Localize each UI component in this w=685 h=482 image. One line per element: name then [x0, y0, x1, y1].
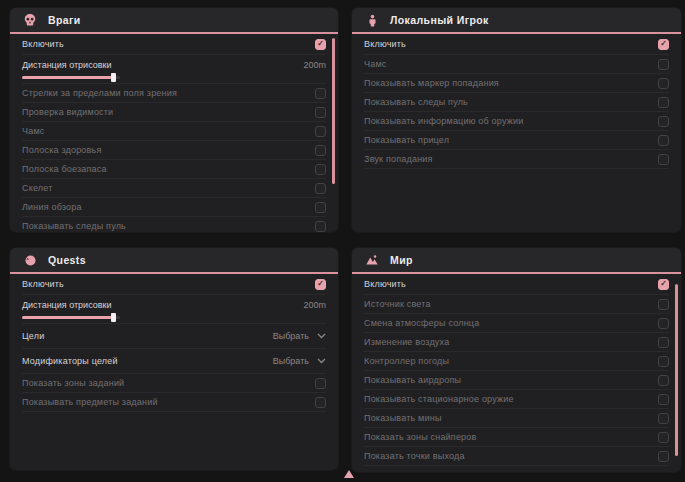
- setting-row[interactable]: Показать зоны снайперов ✓: [364, 428, 669, 447]
- panel-local-player-body: Включить ✓ Чамс ✓ Показывать маркер попа…: [352, 34, 681, 169]
- checkbox[interactable]: ✓: [658, 451, 669, 462]
- setting-label: Смена атмосферы солнца: [364, 318, 479, 328]
- setting-row[interactable]: Проверка видимости ✓: [22, 103, 326, 122]
- distance-slider[interactable]: [22, 313, 120, 322]
- checkbox[interactable]: ✓: [658, 394, 669, 405]
- checkbox[interactable]: ✓: [658, 39, 669, 50]
- checkbox[interactable]: ✓: [315, 378, 326, 389]
- setting-row[interactable]: Показывать мины ✓: [364, 409, 669, 428]
- panel-world: Мир Включить ✓ Источник света ✓ Смена ат…: [352, 248, 681, 472]
- checkbox[interactable]: ✓: [658, 356, 669, 367]
- setting-row[interactable]: Чамс ✓: [22, 122, 326, 141]
- setting-row[interactable]: Контроллер погоды ✓: [364, 352, 669, 371]
- setting-row[interactable]: Полоска боезапаса ✓: [22, 160, 326, 179]
- checkbox[interactable]: ✓: [658, 116, 669, 127]
- panel-enemies-header: Враги: [10, 8, 338, 34]
- checkbox[interactable]: ✓: [315, 202, 326, 213]
- setting-row[interactable]: Показывать аирдропы ✓: [364, 371, 669, 390]
- checkbox[interactable]: ✓: [658, 337, 669, 348]
- checkbox[interactable]: ✓: [658, 78, 669, 89]
- setting-row[interactable]: Источник света ✓: [364, 295, 669, 314]
- checkbox[interactable]: ✓: [315, 164, 326, 175]
- setting-label: Модификаторы целей: [22, 356, 118, 366]
- setting-label: Показывать аирдропы: [364, 375, 461, 385]
- setting-label: Показывать прицел: [364, 135, 449, 145]
- setting-label: Показывать стационарное оружие: [364, 394, 514, 404]
- check-icon: ✓: [660, 280, 667, 288]
- checkbox[interactable]: ✓: [315, 279, 326, 290]
- checkbox[interactable]: ✓: [658, 279, 669, 290]
- check-icon: ✓: [660, 40, 667, 48]
- setting-row[interactable]: Показывать предметы заданий ✓: [22, 393, 326, 412]
- checkbox[interactable]: ✓: [658, 59, 669, 70]
- scrollbar[interactable]: [332, 38, 335, 184]
- checkbox[interactable]: ✓: [658, 97, 669, 108]
- scrollbar[interactable]: [675, 284, 678, 456]
- setting-label: Показывать следы пуль: [364, 97, 468, 107]
- setting-row[interactable]: Показывать маркер попадания ✓: [364, 74, 669, 93]
- setting-row[interactable]: Полоска здоровья ✓: [22, 141, 326, 160]
- setting-label: Показать зоны снайперов: [364, 432, 477, 442]
- target-modifiers-dropdown[interactable]: Выбрать: [273, 356, 326, 366]
- checkbox[interactable]: ✓: [658, 413, 669, 424]
- checkbox[interactable]: ✓: [315, 39, 326, 50]
- setting-label: Стрелки за пределами поля зрения: [22, 88, 177, 98]
- checkbox[interactable]: ✓: [315, 183, 326, 194]
- setting-label: Включить: [22, 39, 64, 49]
- dropdown-value: Выбрать: [273, 356, 309, 366]
- setting-row[interactable]: Стрелки за пределами поля зрения ✓: [22, 84, 326, 103]
- setting-label: Полоска боезапаса: [22, 164, 107, 174]
- setting-row[interactable]: Линия обзора ✓: [22, 198, 326, 217]
- slider-fill: [22, 316, 113, 319]
- setting-row-draw-distance: Дистанция отрисовки 200m: [22, 295, 326, 324]
- checkbox[interactable]: ✓: [315, 397, 326, 408]
- checkbox[interactable]: ✓: [315, 107, 326, 118]
- setting-row[interactable]: Изменение воздуха ✓: [364, 333, 669, 352]
- setting-label: Чамс: [364, 59, 387, 69]
- checkbox[interactable]: ✓: [658, 432, 669, 443]
- setting-row-target-modifiers: Модификаторы целей Выбрать: [22, 349, 326, 374]
- setting-row-enable[interactable]: Включить ✓: [364, 34, 669, 55]
- setting-label: Показать зоны заданий: [22, 378, 124, 388]
- setting-row[interactable]: Скелет ✓: [22, 179, 326, 198]
- checkbox[interactable]: ✓: [658, 318, 669, 329]
- setting-row[interactable]: Чамс ✓: [364, 55, 669, 74]
- distance-slider[interactable]: [22, 73, 120, 82]
- setting-row[interactable]: Показывать следы пуль ✓: [364, 93, 669, 112]
- setting-row[interactable]: Показывать следы пуль ✓: [22, 217, 326, 232]
- checkbox[interactable]: ✓: [315, 88, 326, 99]
- setting-row[interactable]: Показывать информацию об оружии ✓: [364, 112, 669, 131]
- checkbox[interactable]: ✓: [315, 221, 326, 232]
- checkbox[interactable]: ✓: [658, 375, 669, 386]
- setting-row-enable[interactable]: Включить ✓: [364, 274, 669, 295]
- setting-label: Скелет: [22, 183, 53, 193]
- slider-handle[interactable]: [111, 313, 116, 322]
- setting-label: Включить: [22, 279, 64, 289]
- slider-handle[interactable]: [111, 73, 116, 82]
- checkbox[interactable]: ✓: [658, 154, 669, 165]
- setting-label: Показывать маркер попадания: [364, 78, 499, 88]
- setting-row[interactable]: Показывать прицел ✓: [364, 131, 669, 150]
- setting-row-enable[interactable]: Включить ✓: [22, 274, 326, 295]
- setting-row[interactable]: Звук попадания ✓: [364, 150, 669, 169]
- mod-menu: Враги Включить ✓ Дистанция отрисовки 200…: [0, 0, 685, 482]
- checkbox[interactable]: ✓: [315, 126, 326, 137]
- setting-label: Включить: [364, 279, 406, 289]
- cursor-icon: [344, 470, 354, 478]
- setting-row-enable[interactable]: Включить ✓: [22, 34, 326, 55]
- setting-row[interactable]: Показать зоны заданий ✓: [22, 374, 326, 393]
- checkbox[interactable]: ✓: [315, 145, 326, 156]
- setting-label: Показывать информацию об оружии: [364, 116, 523, 126]
- setting-row[interactable]: Показывать стационарное оружие ✓: [364, 390, 669, 409]
- panel-local-player: Локальный Игрок Включить ✓ Чамс ✓ Показы…: [352, 8, 681, 232]
- checkbox[interactable]: ✓: [658, 299, 669, 310]
- setting-label: Источник света: [364, 299, 431, 309]
- targets-dropdown[interactable]: Выбрать: [273, 331, 326, 341]
- checkbox[interactable]: ✓: [658, 135, 669, 146]
- mountain-icon: [365, 253, 379, 267]
- slider-fill: [22, 76, 113, 79]
- setting-row[interactable]: Показать точки выхода ✓: [364, 447, 669, 466]
- chevron-down-icon: [317, 333, 326, 339]
- setting-row[interactable]: Смена атмосферы солнца ✓: [364, 314, 669, 333]
- slider-value: 200m: [303, 300, 326, 310]
